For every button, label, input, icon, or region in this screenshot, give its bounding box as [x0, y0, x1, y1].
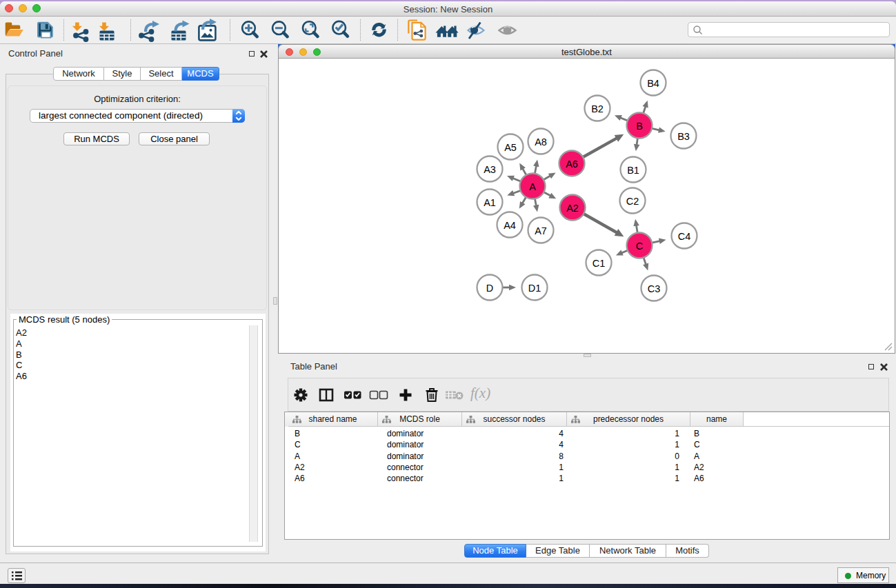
- svg-text:D1: D1: [528, 283, 541, 294]
- svg-text:A7: A7: [535, 225, 547, 236]
- svg-text:C4: C4: [678, 231, 691, 242]
- svg-text:A6: A6: [566, 159, 578, 170]
- svg-text:A8: A8: [535, 136, 547, 148]
- svg-text:B3: B3: [677, 131, 690, 142]
- svg-text:B4: B4: [647, 78, 659, 89]
- svg-text:C: C: [636, 241, 643, 252]
- svg-text:A4: A4: [504, 220, 516, 231]
- svg-text:B2: B2: [591, 103, 604, 114]
- svg-text:C3: C3: [648, 283, 661, 294]
- svg-text:A2: A2: [566, 203, 579, 214]
- svg-text:A5: A5: [504, 142, 517, 153]
- svg-text:A1: A1: [484, 197, 496, 208]
- svg-text:B: B: [636, 121, 643, 132]
- svg-text:C1: C1: [593, 258, 606, 269]
- svg-text:C2: C2: [626, 196, 639, 207]
- svg-text:B1: B1: [627, 165, 639, 176]
- svg-text:D: D: [486, 283, 493, 294]
- svg-text:A3: A3: [484, 164, 496, 175]
- svg-text:A: A: [529, 181, 536, 192]
